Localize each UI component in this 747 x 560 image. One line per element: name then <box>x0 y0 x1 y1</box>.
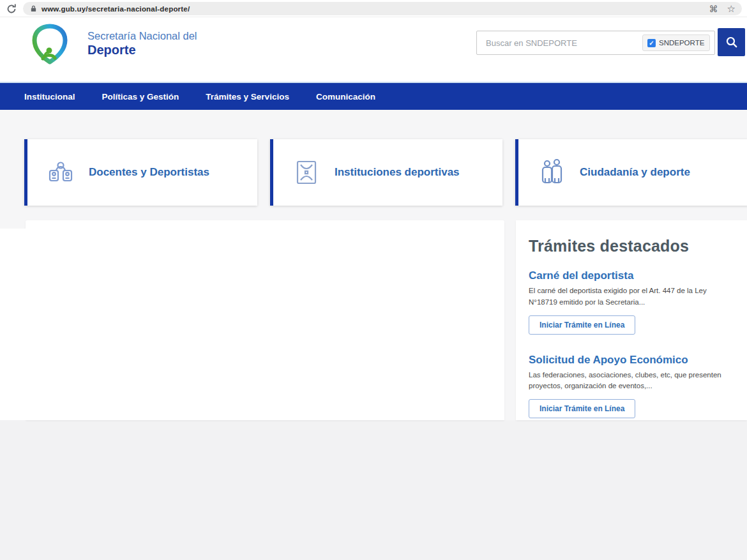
category-label: Ciudadanía y deporte <box>580 166 690 179</box>
tramite-link-carne-del-deportista[interactable]: Carné del deportista <box>529 269 734 282</box>
tramite-description: El carné del deportista exigido por el A… <box>529 285 734 308</box>
iniciar-tramite-button[interactable]: Iniciar Trámite en Línea <box>529 399 635 418</box>
list-item: Solicitud de Apoyo Económico Las federac… <box>529 354 734 419</box>
featured-title: Trámites destacados <box>529 237 734 255</box>
featured-procedures-panel: Trámites destacados Carné del deportista… <box>516 220 747 420</box>
category-card-ciudadania-y-deporte[interactable]: Ciudadanía y deporte <box>515 139 747 206</box>
site-title[interactable]: Secretaría Nacional del Deporte <box>87 30 197 57</box>
page: www.gub.uy/secretaria-nacional-deporte/ … <box>0 0 747 560</box>
site-title-line1: Secretaría Nacional del <box>87 30 197 42</box>
reload-icon[interactable] <box>5 3 18 15</box>
sports-institution-icon <box>292 158 321 186</box>
nav-item-tramites-y-servicios[interactable]: Trámites y Servicios <box>206 92 289 102</box>
bookmark-star-icon[interactable]: ☆ <box>727 3 736 15</box>
main-nav: Institucional Políticas y Gestión Trámit… <box>0 83 747 110</box>
lock-icon <box>30 4 38 13</box>
category-card-docentes-y-deportistas[interactable]: Docentes y Deportistas <box>24 139 257 206</box>
tramite-link-solicitud-apoyo-economico[interactable]: Solicitud de Apoyo Económico <box>529 354 734 367</box>
search-button[interactable] <box>718 28 745 56</box>
teachers-athletes-icon <box>47 158 75 186</box>
category-label: Docentes y Deportistas <box>89 166 209 179</box>
content-panel-blank <box>26 220 504 420</box>
site-title-line2: Deporte <box>87 43 197 57</box>
sndeporte-logo-icon[interactable] <box>29 22 71 67</box>
search-scope-label: SNDEPORTE <box>659 39 704 47</box>
content-panel-blank-edge <box>0 229 27 420</box>
command-icon[interactable]: ⌘ <box>709 4 718 14</box>
category-card-instituciones-deportivas[interactable]: Instituciones deportivas <box>270 139 502 206</box>
magnifier-icon <box>725 35 739 49</box>
nav-item-politicas-y-gestion[interactable]: Políticas y Gestión <box>102 92 179 102</box>
bottom-background <box>0 420 747 560</box>
search-scope-chip[interactable]: ✓ SNDEPORTE <box>642 34 710 51</box>
address-bar[interactable]: www.gub.uy/secretaria-nacional-deporte/ … <box>23 2 742 15</box>
iniciar-tramite-button[interactable]: Iniciar Trámite en Línea <box>529 315 635 335</box>
nav-item-comunicacion[interactable]: Comunicación <box>316 92 375 102</box>
site-header: Secretaría Nacional del Deporte ✓ SNDEPO… <box>0 17 747 83</box>
citizens-sport-icon <box>538 158 566 186</box>
checkbox-checked-icon[interactable]: ✓ <box>647 39 656 47</box>
url-text: www.gub.uy/secretaria-nacional-deporte/ <box>42 5 190 13</box>
tramite-description: Las federaciones, asociaciones, clubes, … <box>529 370 734 393</box>
list-item: Carné del deportista El carné del deport… <box>529 269 734 335</box>
nav-item-institucional[interactable]: Institucional <box>24 92 75 102</box>
browser-toolbar: www.gub.uy/secretaria-nacional-deporte/ … <box>0 0 747 17</box>
category-label: Instituciones deportivas <box>335 166 460 179</box>
